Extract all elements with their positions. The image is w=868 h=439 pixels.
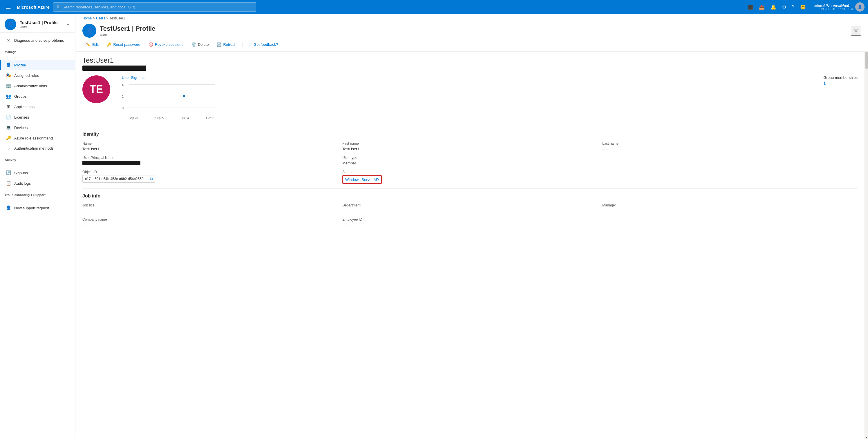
sidebar-sign-ins-label: Sign-ins	[14, 171, 28, 175]
search-bar[interactable]: 🔍	[53, 2, 256, 11]
sidebar-item-devices[interactable]: 💻 Devices	[0, 122, 75, 133]
sidebar-item-azure-roles[interactable]: 🔑 Azure role assignments	[0, 133, 75, 143]
assigned-roles-icon: 🎭	[5, 73, 11, 78]
object-id-field: Object ID c17ed691-d64b-453c-a8b2-d54b25…	[83, 170, 338, 184]
upn-field: User Principal Name	[83, 156, 338, 165]
help-icon[interactable]: ?	[790, 3, 797, 11]
user-info: admin@UniversalPrintT... UNIVERSAL PRINT…	[814, 3, 854, 11]
chart-area: User Sign-ins 4 2 0	[122, 75, 800, 120]
sidebar-item-sign-ins[interactable]: 🔄 Sign-ins	[0, 167, 75, 178]
chart-y4: 4	[122, 83, 124, 87]
sidebar-item-groups[interactable]: 👥 Groups	[0, 91, 75, 101]
chart-xlabel-oct11: Oct 11	[206, 117, 215, 120]
vertical-scrollbar[interactable]: ▲ ▼	[865, 52, 868, 439]
company-name-value: -- --	[83, 223, 338, 227]
search-input[interactable]	[63, 5, 253, 9]
group-memberships: Group memberships 1	[823, 75, 858, 86]
first-name-label: First name	[342, 142, 598, 146]
toolbar-separator	[242, 42, 243, 48]
sidebar-item-licenses[interactable]: 📄 Licenses	[0, 112, 75, 122]
chart-xlabel-sep20: Sep 20	[129, 117, 138, 120]
identity-grid-row1: Name TestUser1 First name TestUser1 Last…	[83, 142, 858, 151]
last-name-field: Last name -- --	[602, 142, 858, 151]
section-divider-identity	[83, 127, 858, 127]
cloud-shell-icon[interactable]: ⬛	[745, 3, 755, 11]
sidebar-diagnose-label: Diagnose and solve problems	[14, 38, 64, 43]
sidebar-licenses-label: Licenses	[14, 115, 29, 120]
chart-y0: 0	[122, 106, 124, 110]
source-value[interactable]: Windows Server AD	[345, 178, 379, 182]
object-id-value: c17ed691-d64b-453c-a8b2-d54b2552b...	[85, 177, 148, 181]
chart-xlabel-sep27: Sep 27	[155, 117, 164, 120]
edit-button[interactable]: ✏️ Edit	[83, 40, 102, 49]
nav-icons: ⬛ 📥 🔔 ⚙ ? 😊 admin@UniversalPrintT... UNI…	[745, 2, 865, 11]
sidebar-item-applications[interactable]: ⊞ Applications	[0, 101, 75, 112]
job-grid-row2: Company name -- -- Employee ID -- --	[83, 217, 858, 227]
sidebar-divider-activity	[0, 165, 75, 165]
sidebar-header: 👤 TestUser1 | Profile User «	[0, 14, 75, 33]
delete-icon: 🗑️	[191, 42, 196, 47]
refresh-icon: 🔄	[217, 42, 221, 47]
first-name-field: First name TestUser1	[342, 142, 598, 151]
chart-gridline-0	[129, 107, 215, 108]
sidebar-item-profile[interactable]: 👤 Profile	[0, 60, 75, 70]
chart-container: 4 2 0 Sep 20 Sep 27	[122, 82, 215, 120]
chart-data-point	[183, 95, 185, 97]
employee-id-value: -- --	[342, 223, 598, 227]
chart-gridline-4	[129, 84, 215, 85]
sidebar-collapse-icon[interactable]: «	[66, 21, 70, 28]
smiley-icon[interactable]: 😊	[798, 3, 808, 11]
refresh-label: Refresh	[223, 42, 237, 47]
job-info-section: Job info Job title -- -- Department -- -…	[83, 193, 858, 227]
scrollbar-arrow-down[interactable]: ▼	[865, 436, 868, 439]
scrollbar-thumb[interactable]	[865, 52, 868, 69]
close-button[interactable]: ✕	[851, 26, 861, 36]
reset-password-button[interactable]: 🔑 Reset password	[103, 40, 144, 49]
chart-gridline-2	[129, 96, 215, 96]
sidebar-item-audit-logs[interactable]: 📋 Audit logs	[0, 178, 75, 188]
sidebar-item-auth-methods[interactable]: 🛡 Authentication methods	[0, 143, 75, 153]
chart-x-labels: Sep 20 Sep 27 Oct 4 Oct 11	[129, 117, 215, 120]
content-header-left: 👤 TestUser1 | Profile User	[83, 24, 155, 38]
sidebar-item-support[interactable]: 👤 New support request	[0, 203, 75, 213]
settings-icon[interactable]: ⚙	[780, 3, 788, 11]
employee-id-field: Employee ID -- --	[342, 217, 598, 227]
breadcrumb-home[interactable]: Home	[83, 16, 92, 20]
hamburger-icon[interactable]: ☰	[3, 2, 13, 11]
company-name-field: Company name -- --	[83, 217, 338, 227]
revoke-sessions-button[interactable]: 🚫 Revoke sessions	[145, 40, 187, 49]
employee-id-label: Employee ID	[342, 217, 598, 222]
sidebar-profile-label: Profile	[14, 63, 26, 67]
sidebar-auth-methods-label: Authentication methods	[14, 146, 54, 151]
sidebar-item-admin-units[interactable]: 🏢 Administrative units	[0, 81, 75, 91]
reset-password-icon: 🔑	[107, 42, 112, 47]
job-info-title: Job info	[83, 193, 858, 199]
object-id-row: c17ed691-d64b-453c-a8b2-d54b2552b... ⧉	[83, 175, 338, 183]
content-scroll[interactable]: TestUser1 TE User Sign-ins 4 2 0	[75, 52, 865, 439]
feedback-button[interactable]: ♡ Got feedback?	[245, 40, 282, 49]
groups-icon: 👥	[5, 94, 11, 99]
copy-icon[interactable]: ⧉	[150, 177, 153, 181]
delete-button[interactable]: 🗑️ Delete	[188, 40, 212, 49]
notifications-icon[interactable]: 🔔	[768, 3, 779, 11]
breadcrumb-users[interactable]: Users	[96, 16, 105, 20]
user-menu[interactable]: admin@UniversalPrintT... UNIVERSAL PRINT…	[812, 2, 865, 11]
source-field: Source Windows Server AD	[342, 170, 598, 184]
delete-label: Delete	[198, 42, 209, 47]
group-memberships-value[interactable]: 1	[823, 81, 858, 86]
sidebar-activity-label: Activity	[0, 153, 75, 163]
sidebar-assigned-roles-label: Assigned roles	[14, 73, 39, 78]
feedback-icon[interactable]: 📥	[756, 3, 767, 11]
feedback-label: Got feedback?	[253, 42, 278, 47]
sidebar-user-icon: 👤	[5, 19, 16, 30]
main-content: Home > Users > TestUser1 👤 TestUser1 | P…	[75, 14, 868, 439]
name-field: Name TestUser1	[83, 142, 338, 151]
breadcrumb-current: TestUser1	[110, 16, 125, 20]
sidebar-item-diagnose[interactable]: ✕ Diagnose and solve problems	[0, 35, 75, 45]
sidebar-item-assigned-roles[interactable]: 🎭 Assigned roles	[0, 70, 75, 81]
sidebar-groups-label: Groups	[14, 94, 27, 99]
refresh-button[interactable]: 🔄 Refresh	[213, 40, 240, 49]
devices-icon: 💻	[5, 125, 11, 130]
breadcrumb-sep1: >	[93, 16, 95, 20]
support-icon: 👤	[5, 205, 11, 211]
